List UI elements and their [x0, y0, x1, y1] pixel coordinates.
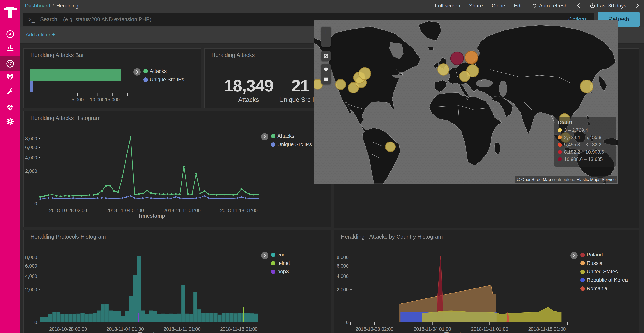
map-count-legend: Count 3 – 2,729.42,729.4 – 5,455.85,455.… [554, 117, 616, 167]
attack-location-dot[interactable] [465, 51, 478, 64]
draw-polygon-button[interactable] [321, 64, 331, 74]
full-screen-button[interactable]: Full screen [435, 3, 460, 9]
add-filter-link[interactable]: Add a filter + [26, 32, 55, 38]
panel-title[interactable]: Heralding Attacks Histogram [30, 115, 100, 121]
legend-color-dot [271, 269, 276, 274]
clone-button[interactable]: Clone [492, 3, 505, 9]
auto-refresh-button[interactable]: Auto-refresh [532, 3, 568, 9]
legend-item-vnc[interactable]: vnc [271, 252, 290, 258]
breadcrumb-current: Heralding [56, 3, 78, 9]
legend-item-unique-src-ips[interactable]: Unique Src IPs [143, 77, 184, 83]
sidebar-item-monitoring[interactable] [0, 100, 20, 115]
sidebar-item-dev-tools[interactable] [0, 84, 20, 100]
attack-location-dot[interactable] [438, 64, 449, 75]
top-nav-actions: Full screen Share Clone Edit Auto-refres… [435, 3, 640, 9]
legend-color-dot [271, 261, 276, 265]
legend-color-dot [580, 269, 585, 274]
heartbeat-icon [6, 103, 14, 112]
legend-color-dot [580, 286, 585, 291]
panel-title[interactable]: Heralding Attacks [212, 52, 255, 58]
metric-label: Attacks [218, 96, 279, 103]
breadcrumb: Dashboard / Heralding [25, 3, 78, 9]
attack-location-dot[interactable] [386, 142, 396, 152]
legend-color-dot [271, 253, 276, 257]
plus-icon: + [52, 32, 55, 38]
legend-toggle-chevron-icon[interactable] [261, 252, 268, 259]
legend-label: Attacks [277, 133, 294, 139]
legend-toggle-chevron-icon[interactable] [570, 252, 578, 259]
legend-label: Unique Src IPs [277, 142, 312, 148]
attack-location-dot[interactable] [450, 52, 464, 65]
attack-location-dot[interactable] [358, 68, 371, 80]
legend-item-united-states[interactable]: United States [580, 269, 628, 275]
legend-item-unique-src-ips[interactable]: Unique Src IPs [271, 142, 312, 148]
sidebar [0, 0, 20, 333]
time-forward-button[interactable] [635, 3, 640, 9]
legend-protocols-histogram: vnctelnetpop3 [261, 252, 290, 275]
map-legend-range: 3 – 2,729.4 [558, 127, 612, 133]
legend-item-republic-of-korea[interactable]: Republic of Korea [580, 277, 628, 283]
map-attribution: © OpenStreetMap contributors, Elastic Ma… [516, 176, 617, 183]
panel-title[interactable]: Heralding Protocols Histogram [30, 234, 106, 240]
sidebar-item-timelion[interactable] [0, 69, 20, 85]
legend-item-romania[interactable]: Romania [580, 286, 628, 291]
map-draw-controls [321, 64, 331, 84]
edit-button[interactable]: Edit [514, 3, 523, 9]
legend-attacks-histogram: AttacksUnique Src IPs [261, 133, 312, 148]
legend-toggle-chevron-icon[interactable] [261, 133, 268, 140]
time-back-button[interactable] [576, 3, 581, 9]
sidebar-item-discover[interactable] [0, 27, 20, 42]
map-legend-rows: 3 – 2,729.42,729.4 – 5,455.85,455.8 – 8,… [558, 127, 612, 162]
fit-bounds-button[interactable] [321, 51, 331, 61]
panel-title[interactable]: Heralding Attacks Bar [30, 52, 84, 58]
attack-location-dot[interactable] [460, 71, 470, 82]
metric-attacks: 18,349 Attacks [218, 77, 279, 103]
legend-label: telnet [277, 260, 290, 266]
dashboard-gauge-icon [6, 59, 14, 68]
attack-location-dot[interactable] [336, 79, 346, 90]
legend-item-attacks[interactable]: Attacks [143, 68, 184, 74]
share-button[interactable]: Share [469, 3, 483, 9]
kibana-dashboard: Dashboard / Heralding Full screen Share … [0, 0, 644, 333]
map-legend-range: 10,908.6 – 13,635 [558, 157, 612, 162]
t-logo-icon [3, 5, 18, 20]
legend-item-telnet[interactable]: telnet [271, 260, 290, 266]
wrench-icon [6, 88, 14, 97]
panel-title[interactable]: Heralding - Attacks by Country Histogram [341, 234, 443, 240]
map-legend-color-dot [558, 157, 562, 161]
legend-label: Poland [587, 252, 603, 258]
time-range-picker[interactable]: Last 30 days [590, 3, 626, 9]
legend-color-dot [143, 69, 148, 74]
zoom-out-button[interactable]: − [321, 37, 331, 47]
legend-label: Unique Src IPs [150, 77, 184, 83]
zoom-in-button[interactable]: + [321, 27, 331, 37]
legend-label: Attacks [150, 68, 167, 74]
legend-item-russia[interactable]: Russia [580, 260, 628, 266]
sidebar-item-management[interactable] [0, 114, 20, 129]
map-legend-range: 8,182.2 – 10,908.6 [558, 149, 612, 155]
map-legend-color-dot [558, 128, 562, 132]
osm-link[interactable]: © OpenStreetMap [517, 177, 551, 182]
bar-chart-icon [6, 43, 14, 52]
t-mobile-logo[interactable] [0, 4, 20, 21]
sidebar-item-dashboard[interactable] [0, 56, 20, 71]
clock-icon [590, 3, 595, 9]
top-nav-bar: Dashboard / Heralding Full screen Share … [20, 0, 644, 12]
crop-icon [324, 54, 328, 59]
legend-item-poland[interactable]: Poland [580, 252, 628, 258]
map-legend-color-dot [558, 135, 562, 139]
legend-toggle-chevron-icon[interactable] [134, 68, 141, 76]
chevron-left-icon [576, 3, 581, 9]
legend-label: United States [587, 269, 618, 275]
breadcrumb-dashboard-link[interactable]: Dashboard [25, 3, 50, 9]
attack-map[interactable]: + − Cou [314, 20, 618, 184]
attack-location-dot[interactable] [580, 80, 593, 93]
legend-item-attacks[interactable]: Attacks [271, 133, 312, 139]
legend-item-pop3[interactable]: pop3 [271, 269, 290, 275]
legend-color-dot [271, 142, 276, 147]
draw-rectangle-button[interactable] [321, 74, 331, 84]
ems-link[interactable]: Elastic Maps Service [576, 177, 616, 182]
map-legend-range: 2,729.4 – 5,455.8 [558, 135, 612, 140]
sidebar-item-visualize[interactable] [0, 40, 20, 56]
refresh-icon [532, 3, 537, 9]
